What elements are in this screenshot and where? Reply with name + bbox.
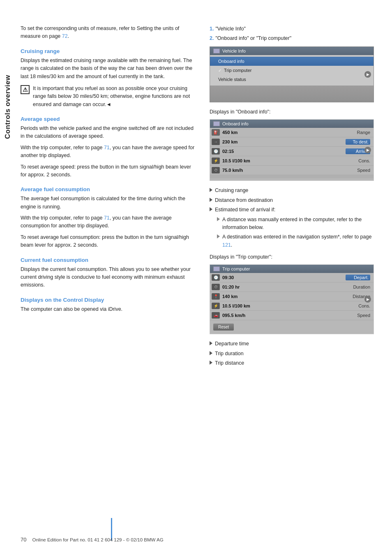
tri-item-distance: Distance from destination xyxy=(210,197,374,204)
trip-icon-cons: ⚡ xyxy=(212,303,220,309)
tri-icon xyxy=(210,188,212,192)
section-heading-current-fuel: Current fuel consumption xyxy=(21,257,197,263)
scroll-right-icon-2[interactable]: ▶ xyxy=(364,147,371,153)
footer-copyright: Online Edition for Part no. 01 41 2 604 … xyxy=(32,537,163,542)
row-label-speed: Speed xyxy=(346,168,370,173)
menu-label-trip: Trip computer xyxy=(224,68,251,73)
onboard-info-screen-wrapper: Onboard info ⛽ 450 km Range → 230 km To … xyxy=(210,119,374,181)
trip-computer-label: Displays in "Trip computer": xyxy=(210,253,374,261)
trip-row-cons: ⚡ 10.5 l/100 km Cons. xyxy=(210,301,374,311)
row-label-dest: To dest. xyxy=(346,139,370,145)
reset-button[interactable]: Reset xyxy=(213,324,234,331)
trip-label-cons: Cons. xyxy=(346,303,370,308)
page-71-link-1[interactable]: 71 xyxy=(104,145,110,150)
page-72-link[interactable]: 72 xyxy=(62,33,68,39)
tri-item-trip-distance: Trip distance xyxy=(210,359,374,367)
two-column-layout: To set the corresponding units of measur… xyxy=(21,25,374,372)
data-row-arrival: 🕐 02:15 Arrival xyxy=(210,147,374,156)
tri-item-arrival: Estimated time of arrival if: xyxy=(210,206,374,214)
row-label-cons: Cons. xyxy=(346,158,370,163)
row-icon-arrival: 🕐 xyxy=(212,148,220,155)
trip-computer-screen: Trip computer 🕗 09:30 Depart. ⏱ 01:20 hr… xyxy=(210,264,374,334)
onboard-info-label: Displays in "Onboard info": xyxy=(210,108,374,116)
menu-item-onboard-info[interactable]: Onboard info xyxy=(210,57,374,66)
onboard-info-screen: Onboard info ⛽ 450 km Range → 230 km To … xyxy=(210,119,374,181)
trip-value-duration: 01:20 hr xyxy=(222,284,343,289)
onboard-info-titlebar: Onboard info xyxy=(210,120,374,128)
current-fuel-para: Displays the current fuel consumption. T… xyxy=(21,266,197,289)
tri-item-nav-destination: A destination was entered in the navigat… xyxy=(210,233,374,249)
trip-value-speed: 095.5 km/h xyxy=(222,313,343,318)
trip-icon-speed: 🚗 xyxy=(212,312,220,319)
tri-item-manual-distance: A distance was manually entered in the c… xyxy=(210,216,374,232)
row-value-arrival: 02:15 xyxy=(222,149,343,154)
section-heading-avg-fuel: Average fuel consumption xyxy=(21,186,197,192)
trip-row-duration: ⏱ 01:20 hr Duration xyxy=(210,282,374,292)
row-icon-range: ⛽ xyxy=(212,129,220,136)
vehicle-info-titlebar: Vehicle Info xyxy=(210,47,374,55)
screen-title-icon xyxy=(213,49,220,53)
tri-icon-dist xyxy=(210,361,212,365)
onboard-bullet-list: Cruising range Distance from destination… xyxy=(210,187,374,249)
trip-computer-titlebar: Trip computer xyxy=(210,265,374,273)
trip-icon-duration: ⏱ xyxy=(212,284,220,290)
section-heading-cruising-range: Cruising range xyxy=(21,48,197,54)
trip-label-duration: Duration xyxy=(346,284,370,289)
vehicle-info-screen-wrapper: Vehicle Info Onboard info ✓ Trip compute… xyxy=(210,46,374,102)
sidebar-label: Controls overview xyxy=(0,49,16,164)
intro-paragraph: To set the corresponding units of measur… xyxy=(21,25,197,41)
menu-item-trip-computer[interactable]: ✓ Trip computer xyxy=(210,66,374,75)
scroll-right-icon-3[interactable]: ▶ xyxy=(364,296,371,303)
scroll-right-icon[interactable]: ▶ xyxy=(364,71,371,78)
tri-icon-sub-2 xyxy=(217,234,220,238)
vehicle-info-screen: Vehicle Info Onboard info ✓ Trip compute… xyxy=(210,46,374,102)
tri-item-trip-duration: Trip duration xyxy=(210,350,374,358)
menu-label-onboard: Onboard info xyxy=(218,59,244,64)
trip-computer-screen-wrapper: Trip computer 🕗 09:30 Depart. ⏱ 01:20 hr… xyxy=(210,264,374,334)
row-icon-speed: ⏱ xyxy=(212,167,220,173)
vehicle-info-title: Vehicle Info xyxy=(222,49,246,53)
warning-icon: ⚠ xyxy=(21,85,30,94)
trip-label-speed: Speed xyxy=(346,313,370,318)
section-heading-displays-control: Displays on the Control Display xyxy=(21,297,197,303)
trip-icon-depart: 🕗 xyxy=(212,274,220,281)
screen-title-icon-3 xyxy=(213,266,220,271)
row-label-range: Range xyxy=(346,130,370,135)
vehicle-info-menu: Onboard info ✓ Trip computer Vehicle sta… xyxy=(210,55,374,86)
row-value-dest: 230 km xyxy=(222,139,343,144)
warning-box: ⚠ It is important that you refuel as soo… xyxy=(21,85,197,109)
row-value-speed: 75.0 km/h xyxy=(222,168,343,173)
page-121-link[interactable]: 121 xyxy=(222,242,231,248)
tri-item-cruising: Cruising range xyxy=(210,187,374,194)
tri-icon xyxy=(210,198,212,202)
avg-speed-para-3: To reset average speed: press the button… xyxy=(21,163,197,179)
trip-computer-title: Trip computer xyxy=(222,266,250,271)
row-value-range: 450 km xyxy=(222,130,343,135)
tri-icon-sub xyxy=(217,217,220,221)
row-value-cons: 10.5 l/100 km xyxy=(222,158,343,163)
page-71-link-2[interactable]: 71 xyxy=(104,215,110,221)
screen-title-icon-2 xyxy=(213,121,220,126)
trip-icon-distance: 📍 xyxy=(212,293,220,300)
list-item-1: 1."Vehicle Info" xyxy=(210,25,374,33)
menu-item-vehicle-status[interactable]: Vehicle status xyxy=(210,75,374,84)
tri-icon-dep xyxy=(210,341,212,345)
left-column: To set the corresponding units of measur… xyxy=(21,25,197,372)
menu-label-status: Vehicle status xyxy=(218,77,246,82)
right-column: 1."Vehicle Info" 2."Onboard info" or "Tr… xyxy=(210,25,374,372)
avg-speed-para-1: Periods with the vehicle parked and the … xyxy=(21,125,197,141)
warning-text: It is important that you refuel as soon … xyxy=(33,85,197,109)
trip-value-cons: 10.5 l/100 km xyxy=(222,303,343,308)
cruising-range-para: Displays the estimated cruising range av… xyxy=(21,57,197,81)
row-icon-cons: ⚡ xyxy=(212,157,220,164)
data-row-cons: ⚡ 10.5 l/100 km Cons. xyxy=(210,156,374,166)
avg-fuel-para-3: To reset average fuel consumption: press… xyxy=(21,234,197,250)
section-heading-average-speed: Average speed xyxy=(21,116,197,122)
trip-value-depart: 09:30 xyxy=(222,275,343,280)
numbered-list: 1."Vehicle Info" 2."Onboard info" or "Tr… xyxy=(210,25,374,42)
main-content: To set the corresponding units of measur… xyxy=(21,25,374,372)
avg-speed-para-2: With the trip computer, refer to page 71… xyxy=(21,144,197,160)
tri-icon xyxy=(210,207,212,211)
trip-label-depart: Depart. xyxy=(346,275,370,280)
displays-control-para: The computer can also be opened via iDri… xyxy=(21,305,197,313)
